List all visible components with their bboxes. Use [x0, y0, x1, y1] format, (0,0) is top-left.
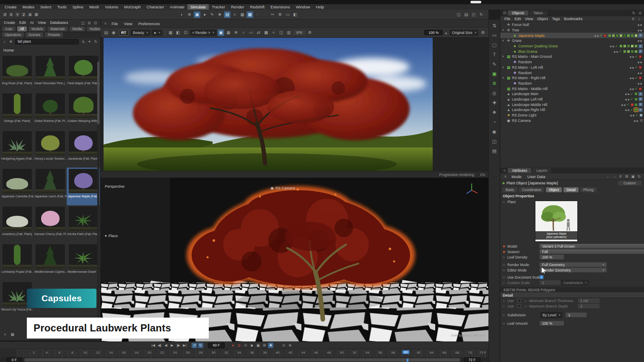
menu-item[interactable]: Character	[144, 4, 167, 10]
viewport-label[interactable]: Perspective	[105, 184, 125, 189]
timeline-ruler[interactable]: 2468101214161820222426283032343638404244…	[17, 349, 486, 357]
autokey-button[interactable]: ◎	[236, 343, 242, 348]
frame-tick[interactable]: 58	[391, 351, 395, 354]
frame-tick[interactable]: 24	[173, 351, 177, 354]
axis-y-toggle[interactable]: Y	[15, 12, 20, 17]
object-row[interactable]: ❖ Random	[500, 81, 644, 86]
subdivision-field[interactable]: 1	[566, 313, 587, 317]
visibility-dots[interactable]	[594, 34, 599, 38]
visibility-dots[interactable]	[633, 119, 638, 123]
anim-dot[interactable]: ◇	[503, 313, 507, 317]
filter-tab[interactable]: Media	[70, 26, 85, 31]
layout-icon[interactable]: ◫	[278, 29, 285, 36]
keyframe-dot[interactable]: ◆	[503, 244, 507, 248]
alpha-icon[interactable]: ▩	[263, 29, 270, 36]
place-tool-label[interactable]: ▾ Place	[105, 234, 118, 238]
zoom-field[interactable]: 100 %	[424, 30, 443, 35]
spline-pen-icon[interactable]: ✎	[491, 61, 498, 67]
visibility-dots[interactable]	[637, 60, 642, 64]
menu-item[interactable]: Edit	[512, 16, 523, 22]
key-rotation-button[interactable]: ⊞	[262, 343, 267, 348]
workplane-icon[interactable]: ⊞	[34, 12, 39, 17]
frame-region-icon[interactable]: ▭	[248, 29, 254, 36]
texture-chips[interactable]	[639, 114, 643, 117]
snap-icon[interactable]: ▩	[247, 11, 253, 18]
texture-chips[interactable]	[623, 50, 638, 53]
filter-icon[interactable]: ⊙	[637, 10, 643, 16]
frame-tick[interactable]: 64	[430, 351, 434, 354]
expand-caret-icon[interactable]: ▾	[502, 28, 506, 32]
record-button[interactable]: ●	[230, 343, 236, 348]
target-tag-icon[interactable]: ⊡	[640, 119, 643, 122]
frame-tick[interactable]: 4	[46, 351, 47, 354]
anim-dot[interactable]: ◇	[503, 256, 507, 259]
range-loop-button[interactable]: ↻	[198, 343, 203, 348]
lock-icon[interactable]: ▣	[630, 174, 636, 179]
object-row[interactable]: ♣ Blue Grama ✓ F	[500, 49, 644, 54]
capsule-assets-icon[interactable]: ▣	[491, 70, 498, 77]
bucket-icon[interactable]: ▥	[286, 29, 292, 36]
season-select[interactable]: Fall	[540, 249, 644, 254]
menu-item[interactable]: File	[502, 16, 512, 22]
frame-tick[interactable]: 40	[276, 351, 280, 354]
frame-tick[interactable]: 2	[33, 351, 34, 354]
menu-item[interactable]: Databases	[48, 20, 70, 26]
object-row[interactable]: ❖ Random	[500, 70, 644, 75]
frame-tick[interactable]: 46	[314, 351, 318, 354]
object-row[interactable]: ▾ ▦ RS Matrix - Right Hill ✓	[500, 75, 644, 81]
expand-caret-icon[interactable]: ▾	[502, 66, 506, 69]
object-row[interactable]: ▲ Landscape Main ✓ F	[500, 91, 644, 97]
search-icon[interactable]: ⚲	[618, 174, 623, 179]
burger-icon[interactable]: ≡	[103, 21, 108, 26]
menu-item[interactable]: Mesh	[86, 4, 102, 10]
enable-check-icon[interactable]: ✓	[615, 44, 618, 48]
mograph-icon[interactable]: ❖	[216, 11, 223, 18]
home-icon[interactable]: ⌂	[2, 39, 7, 44]
asset-scrollbar[interactable]	[97, 62, 99, 330]
detail-section-header[interactable]: Detail	[500, 292, 644, 298]
snap-time-button[interactable]: ⊙	[281, 343, 286, 348]
team-render-icon[interactable]: ◰	[470, 11, 477, 18]
filter-icon[interactable]: ▾	[87, 39, 92, 44]
menu-item[interactable]: Help	[313, 4, 327, 10]
object-row[interactable]: ☀ RS Dome Light ✓	[500, 113, 644, 118]
visibility-dots[interactable]	[637, 28, 642, 32]
grid-view-icon[interactable]: ▦	[10, 331, 15, 337]
visibility-dots[interactable]	[637, 71, 642, 75]
key-parameter-button[interactable]: ✚	[268, 343, 273, 348]
asset-item[interactable]: Mediterranean Cypres...	[34, 243, 67, 281]
zoom-spinner[interactable]: ▴	[443, 30, 449, 35]
current-frame-field[interactable]: 60 F	[208, 343, 225, 348]
burger-icon[interactable]: ≡	[503, 174, 508, 179]
filter-tab[interactable]: Presets	[45, 32, 63, 37]
knife-icon[interactable]: ✂	[269, 11, 276, 18]
menu-item[interactable]: Simulate	[187, 4, 209, 10]
visibility-dots[interactable]	[609, 44, 614, 48]
material-chip[interactable]	[639, 55, 642, 58]
goto-start-button[interactable]: |◀	[151, 343, 156, 348]
frame-tick[interactable]: 44	[301, 351, 305, 354]
size-select[interactable]: Original Size▾	[450, 30, 478, 36]
region-icon[interactable]: ○	[240, 29, 247, 36]
asset-icon[interactable]: ◧	[292, 11, 299, 18]
gear-icon[interactable]: ⚙	[480, 29, 486, 36]
visibility-dots[interactable]	[624, 97, 629, 101]
key-scale-button[interactable]: ▣	[255, 343, 261, 348]
expand-caret-icon[interactable]: ▾	[502, 76, 506, 80]
use-document-scale-checkbox[interactable]	[540, 275, 543, 279]
shading-select[interactable]: ●▾	[152, 30, 162, 36]
simulate-icon[interactable]: ▨	[224, 11, 231, 18]
visibility-dots[interactable]	[624, 108, 629, 112]
forward-icon[interactable]: →	[611, 174, 617, 179]
tool-disabled2-icon[interactable]: ◌	[262, 11, 268, 18]
forces-icon[interactable]: ≈	[231, 11, 238, 18]
frame-tick[interactable]: 38	[263, 351, 267, 354]
grid-icon[interactable]: ▦	[239, 11, 246, 18]
menu-item[interactable]: Edit	[17, 20, 28, 26]
field-force-icon[interactable]: ◎	[491, 90, 498, 96]
render-view-icon[interactable]: ◐	[179, 11, 185, 18]
texture-chips[interactable]	[634, 98, 638, 101]
range-end-field[interactable]: 72 F	[464, 357, 480, 362]
modeling-gear-icon[interactable]: ⚙	[277, 11, 283, 18]
menu-item[interactable]: Tools	[54, 4, 69, 10]
